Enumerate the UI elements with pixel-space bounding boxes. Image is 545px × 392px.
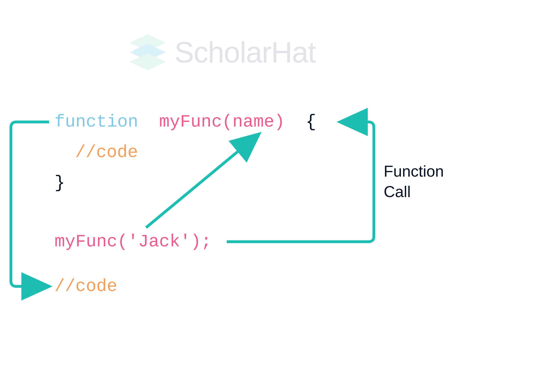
diagram-arrows [0,0,545,392]
arrow-function-call-flow [227,122,374,242]
arrow-call-to-definition [146,135,257,228]
arrow-return-flow [11,122,49,286]
